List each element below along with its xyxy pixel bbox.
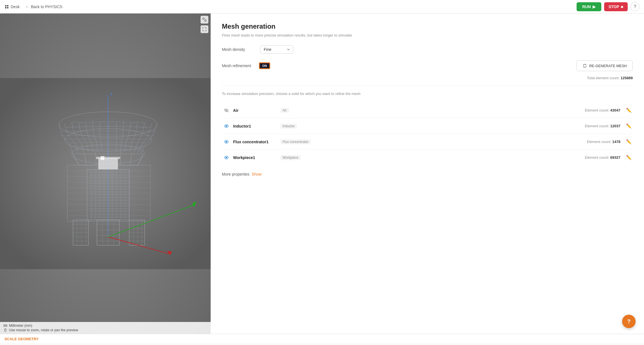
stop-icon: ■ bbox=[621, 4, 623, 9]
stop-button[interactable]: STOP ■ bbox=[604, 2, 628, 11]
viewport-canvas: Y bbox=[0, 13, 211, 334]
back-label: Back to PHYSICS bbox=[31, 4, 62, 9]
air-name: Air bbox=[233, 108, 278, 113]
mouse-icon bbox=[3, 328, 7, 332]
inductor1-element-count: Element count: 12037 bbox=[585, 124, 620, 128]
total-count-value: 125889 bbox=[621, 76, 633, 80]
fullscreen-button[interactable] bbox=[201, 25, 208, 33]
total-count-text: Total element count: 125889 bbox=[587, 76, 633, 80]
air-visibility-toggle[interactable] bbox=[222, 108, 231, 112]
flux-concentrator1-name: Flux concentrator1 bbox=[233, 140, 278, 144]
workpiece1-name: Workpiece1 bbox=[233, 155, 278, 160]
svg-point-105 bbox=[226, 157, 227, 158]
hint-label: Use mouse to zoom, rotate or pan the pre… bbox=[9, 328, 78, 332]
unit-label: Millimeter (mm) bbox=[9, 324, 32, 328]
scale-geometry-bar[interactable]: SCALE GEOMETRY bbox=[0, 334, 644, 344]
fullscreen-icon bbox=[202, 27, 206, 31]
help-icon: ? bbox=[634, 4, 636, 9]
svg-line-102 bbox=[224, 109, 229, 112]
workpiece1-edit-button[interactable]: ✏️ bbox=[625, 154, 633, 161]
home-icon bbox=[4, 4, 9, 9]
solid-row-flux-concentrator1: Flux concentrator1 Flux concentrator Ele… bbox=[222, 134, 633, 150]
main-content: Y bbox=[0, 13, 644, 334]
precision-text: To increase simulation precision, choose… bbox=[222, 92, 633, 96]
more-properties-label: More properties bbox=[222, 172, 249, 176]
mesh-refinement-label: Mesh refinement bbox=[222, 63, 256, 68]
play-icon: ▶ bbox=[593, 4, 596, 9]
svg-rect-3 bbox=[7, 7, 8, 8]
run-label: RUN bbox=[582, 4, 591, 9]
ruler-icon bbox=[3, 324, 7, 328]
topbar: Desk ← Back to PHYSICS RUN ▶ STOP ■ ? bbox=[0, 0, 644, 13]
inductor1-visibility-toggle[interactable] bbox=[222, 124, 231, 128]
eye-off-icon bbox=[224, 108, 229, 112]
eye-on-icon bbox=[224, 124, 229, 128]
show-more-link[interactable]: Show bbox=[252, 172, 261, 176]
mesh-refinement-row: Mesh refinement ON RE-GENERATE MESH bbox=[222, 60, 633, 71]
viewport-toolbar bbox=[201, 16, 208, 33]
total-count-row: Total element count: 125889 bbox=[222, 76, 633, 80]
help-button[interactable]: ? bbox=[631, 2, 640, 11]
mesh-refinement-toggle[interactable]: ON bbox=[259, 62, 270, 69]
desk-link[interactable]: Desk bbox=[4, 4, 20, 9]
more-properties-row: More properties Show bbox=[222, 172, 633, 176]
fit-view-button[interactable] bbox=[201, 16, 208, 24]
flux-concentrator1-edit-button[interactable]: ✏️ bbox=[625, 138, 633, 146]
flux-concentrator1-element-count: Element count: 1478 bbox=[587, 140, 620, 144]
svg-text:Y: Y bbox=[110, 92, 113, 96]
flux-concentrator1-visibility-toggle[interactable] bbox=[222, 140, 231, 144]
inductor1-name: Inductor1 bbox=[233, 124, 278, 128]
run-button[interactable]: RUN ▶ bbox=[577, 2, 601, 11]
refinement-left: Mesh refinement ON bbox=[222, 62, 270, 69]
divider-1 bbox=[222, 86, 633, 86]
floating-help-icon: ? bbox=[627, 318, 631, 325]
floating-help-button[interactable]: ? bbox=[622, 315, 636, 328]
air-type: Air bbox=[280, 108, 289, 113]
right-panel: Mesh generation Finer mesh leads to more… bbox=[211, 13, 644, 334]
back-to-physics-link[interactable]: ← Back to PHYSICS bbox=[25, 4, 62, 9]
air-edit-button[interactable]: ✏️ bbox=[625, 106, 633, 114]
svg-rect-0 bbox=[5, 5, 6, 6]
mesh-svg: Y bbox=[0, 13, 211, 334]
hint-display: Use mouse to zoom, rotate or pan the pre… bbox=[3, 328, 207, 332]
workpiece1-visibility-toggle[interactable] bbox=[222, 156, 231, 160]
inductor1-edit-button[interactable]: ✏️ bbox=[625, 122, 633, 130]
workpiece1-type: Workpiece bbox=[280, 155, 301, 160]
solid-row-air: Air Air Element count: 43047 ✏️ bbox=[222, 103, 633, 118]
back-arrow-icon: ← bbox=[25, 4, 29, 9]
flux-concentrator1-type: Flux concentrator bbox=[280, 139, 311, 144]
air-element-count: Element count: 43047 bbox=[585, 108, 620, 112]
panel-title: Mesh generation bbox=[222, 22, 633, 30]
mesh-density-select[interactable]: Fine Very coarse Coarse Normal Very fine bbox=[260, 45, 293, 54]
regenerate-button[interactable]: RE-GENERATE MESH bbox=[577, 60, 633, 71]
svg-rect-96 bbox=[205, 20, 206, 21]
svg-point-103 bbox=[226, 125, 227, 127]
solid-row-inductor1: Inductor1 Inductor Element count: 12037 … bbox=[222, 118, 633, 134]
solids-list: Air Air Element count: 43047 ✏️ Inductor… bbox=[222, 103, 633, 165]
fit-view-icon bbox=[202, 18, 206, 22]
svg-rect-4 bbox=[0, 78, 211, 269]
mesh-density-label: Mesh density bbox=[222, 47, 256, 52]
viewport-panel[interactable]: Y bbox=[0, 13, 211, 334]
mesh-density-row: Mesh density Fine Very coarse Coarse Nor… bbox=[222, 45, 633, 54]
svg-point-104 bbox=[226, 141, 227, 142]
toggle-label: ON bbox=[262, 64, 267, 67]
eye-on-icon-3 bbox=[224, 156, 229, 160]
inductor1-type: Inductor bbox=[280, 124, 297, 129]
eye-on-icon-2 bbox=[224, 140, 229, 144]
svg-rect-17 bbox=[96, 157, 120, 159]
solid-row-workpiece1: Workpiece1 Workpiece Element count: 6932… bbox=[222, 150, 633, 165]
status-bar: C Connected to the kernel 20:41 AM bbox=[0, 344, 644, 345]
regenerate-label: RE-GENERATE MESH bbox=[589, 64, 627, 68]
viewport-overlay: Millimeter (mm) Use mouse to zoom, rotat… bbox=[0, 322, 211, 334]
svg-rect-1 bbox=[7, 5, 8, 6]
svg-rect-2 bbox=[5, 7, 6, 8]
svg-rect-18 bbox=[101, 156, 104, 160]
total-count-label: Total element count: bbox=[587, 76, 620, 80]
stop-label: STOP bbox=[609, 4, 619, 9]
svg-rect-95 bbox=[203, 18, 204, 19]
topbar-right: RUN ▶ STOP ■ ? bbox=[577, 2, 640, 11]
workpiece1-element-count: Element count: 69327 bbox=[585, 155, 620, 160]
panel-subtitle: Finer mesh leads to more precise simulat… bbox=[222, 33, 633, 37]
topbar-left: Desk ← Back to PHYSICS bbox=[4, 4, 62, 9]
